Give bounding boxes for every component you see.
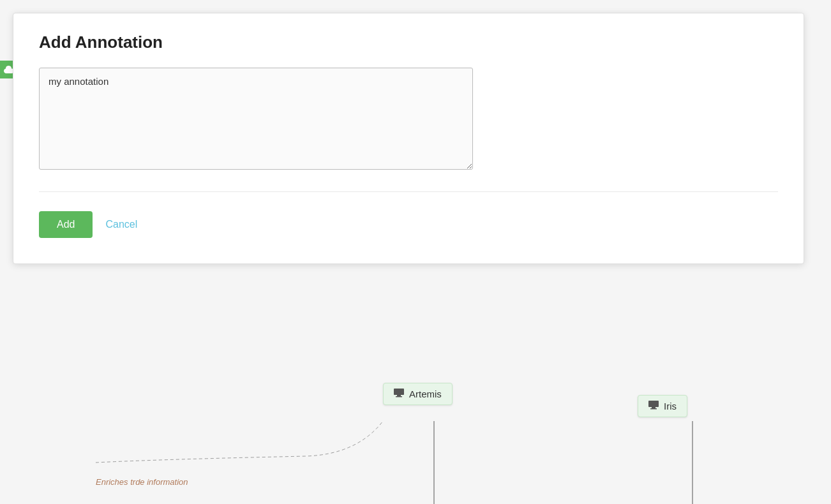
dialog-title: Add Annotation (39, 33, 778, 52)
svg-rect-4 (396, 396, 402, 397)
dialog-actions: Add Cancel (39, 211, 778, 238)
iris-node[interactable]: Iris (638, 395, 687, 417)
dialog-divider (39, 191, 778, 192)
artemis-monitor-icon (394, 389, 404, 399)
iris-label: Iris (664, 401, 677, 411)
iris-monitor-icon (648, 401, 659, 411)
svg-rect-6 (652, 407, 655, 408)
svg-rect-7 (650, 408, 657, 410)
annotation-text-label: Enriches trde information (96, 477, 188, 487)
cancel-dialog-button[interactable]: Cancel (105, 219, 137, 230)
add-annotation-dialog: Add Annotation my annotation Add Cancel (13, 13, 804, 264)
svg-rect-3 (397, 395, 401, 396)
svg-rect-2 (394, 389, 404, 395)
artemis-node[interactable]: Artemis (383, 383, 453, 405)
annotation-textarea[interactable]: my annotation (39, 68, 473, 170)
add-button[interactable]: Add (39, 211, 93, 238)
svg-rect-5 (648, 401, 659, 407)
artemis-label: Artemis (409, 389, 442, 399)
